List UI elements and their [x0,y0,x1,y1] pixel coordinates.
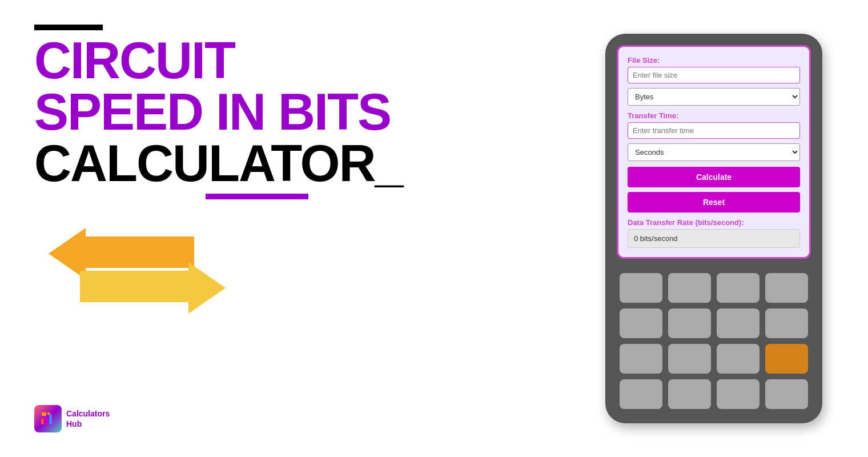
svg-rect-3 [42,412,46,416]
key-2-4[interactable] [765,308,808,338]
file-size-input[interactable] [628,67,800,83]
key-2-1[interactable] [620,308,662,338]
key-2-3[interactable] [717,308,760,338]
key-1-2[interactable] [668,273,711,303]
svg-rect-4 [47,412,50,415]
result-label: Data Transfer Rate (bits/second): [628,218,800,227]
top-bar-decoration [34,25,103,30]
key-3-2[interactable] [668,344,711,374]
file-size-unit-select[interactable]: Bytes Kilobytes Megabytes Gigabytes Tera… [628,88,800,106]
transfer-time-label: Transfer Time: [628,111,800,120]
result-value: 0 bits/second [628,229,800,248]
reset-button[interactable]: Reset [628,192,800,213]
title-line1: CIRCUIT [34,35,594,86]
transfer-time-input[interactable] [628,122,800,139]
key-1-1[interactable] [620,273,662,303]
svg-rect-1 [45,416,48,424]
transfer-time-unit-select[interactable]: Seconds Minutes Hours [628,143,800,161]
logo-text: Calculators Hub [66,408,110,429]
calculator-keypad [617,270,811,412]
key-1-4[interactable] [765,273,808,303]
title-line2: SPEED IN BITS [34,86,594,138]
calculator-widget: File Size: Bytes Kilobytes Megabytes Gig… [605,34,822,423]
title-line3: CALCULATOR_ [34,138,594,199]
arrow-right-icon [80,262,228,316]
svg-rect-0 [41,419,44,424]
arrows-illustration [34,217,251,331]
logo-icon [34,405,62,432]
calculate-button[interactable]: Calculate [628,167,800,187]
key-3-4-orange[interactable] [765,344,808,374]
key-3-3[interactable] [717,344,760,374]
key-4-4[interactable] [765,379,808,409]
key-4-1[interactable] [620,379,662,409]
right-section: File Size: Bytes Kilobytes Megabytes Gig… [594,34,834,423]
svg-rect-2 [49,414,52,424]
key-4-3[interactable] [717,379,760,409]
key-1-3[interactable] [717,273,760,303]
key-2-2[interactable] [668,308,711,338]
key-3-1[interactable] [620,344,662,374]
brand-logo: Calculators Hub [34,405,594,432]
file-size-label: File Size: [628,56,800,65]
left-section: CIRCUIT SPEED IN BITS CALCULATOR_ Calcul… [34,25,594,432]
calculator-screen: File Size: Bytes Kilobytes Megabytes Gig… [617,45,811,259]
key-4-2[interactable] [668,379,711,409]
